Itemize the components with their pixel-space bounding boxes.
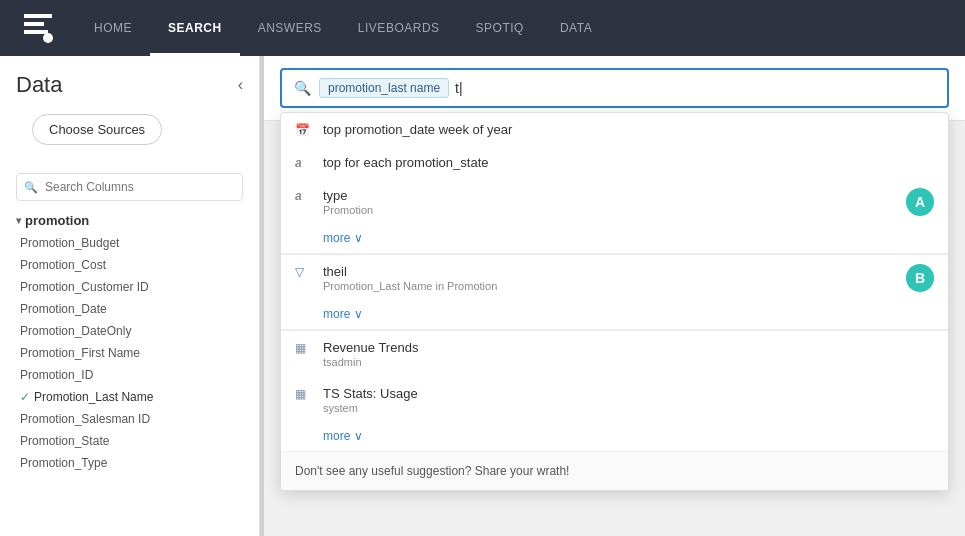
nav-answers[interactable]: ANSWERS	[240, 0, 340, 56]
svg-rect-0	[24, 14, 52, 18]
a-text-icon2: a	[295, 189, 313, 203]
top-nav: HOME SEARCH ANSWERS LIVEBOARDS SPOTIQ DA…	[0, 0, 965, 56]
search-tokens: promotion_last name	[319, 78, 935, 98]
dropdown-bottom-text: Don't see any useful suggestion? Share y…	[281, 452, 948, 490]
column-item[interactable]: Promotion_State	[20, 430, 243, 452]
column-list: Promotion_Budget Promotion_Cost Promotio…	[16, 232, 243, 474]
a-text-icon: a	[295, 156, 313, 170]
badge-b: B	[906, 264, 934, 292]
dropdown-item-text: Revenue Trends	[323, 340, 934, 355]
sidebar: Data ‹ Choose Sources 🔍 ▾ promotion Prom…	[0, 56, 260, 536]
search-columns-field: 🔍	[16, 173, 243, 201]
dropdown-item-sub: system	[323, 402, 934, 414]
column-item[interactable]: Promotion_ID	[20, 364, 243, 386]
choose-sources-button[interactable]: Choose Sources	[32, 114, 162, 145]
nav-liveboards[interactable]: LIVEBOARDS	[340, 0, 458, 56]
search-columns-input[interactable]	[16, 173, 243, 201]
search-bar-container: 🔍 promotion_last name 📅 top promotion_da…	[264, 56, 965, 121]
svg-rect-2	[24, 30, 48, 34]
search-bar[interactable]: 🔍 promotion_last name	[280, 68, 949, 108]
column-item[interactable]: Promotion_First Name	[20, 342, 243, 364]
dropdown-item-text: top for each promotion_state	[323, 155, 934, 170]
dropdown-item-sub: Promotion_Last Name in Promotion	[323, 280, 896, 292]
dropdown-item[interactable]: a top for each promotion_state	[281, 146, 948, 179]
more-datasources-link[interactable]: more ∨	[281, 423, 948, 451]
dropdown-item-revenue[interactable]: ▦ Revenue Trends tsadmin	[281, 331, 948, 377]
grid-icon: ▦	[295, 341, 313, 355]
search-token[interactable]: promotion_last name	[319, 78, 449, 98]
calendar-icon: 📅	[295, 123, 313, 137]
content-area: 🔍 promotion_last name 📅 top promotion_da…	[264, 56, 965, 536]
column-item[interactable]: Promotion_Cost	[20, 254, 243, 276]
more-suggestions-link[interactable]: more ∨	[281, 225, 948, 253]
sidebar-collapse-button[interactable]: ‹	[238, 76, 243, 94]
logo[interactable]	[16, 6, 60, 50]
dropdown-item-sub: Promotion	[323, 204, 896, 216]
column-item[interactable]: Promotion_Budget	[20, 232, 243, 254]
svg-point-3	[43, 33, 53, 43]
column-group-promotion: ▾ promotion Promotion_Budget Promotion_C…	[0, 213, 259, 474]
search-inline-input[interactable]	[455, 80, 630, 96]
column-item[interactable]: Promotion_Date	[20, 298, 243, 320]
badge-a: A	[906, 188, 934, 216]
dropdown-section-columns: ▽ theil Promotion_Last Name in Promotion…	[281, 254, 948, 330]
dropdown-item-text: TS Stats: Usage	[323, 386, 934, 401]
sidebar-header: Data ‹	[0, 72, 259, 114]
dropdown-item-tsstats[interactable]: ▦ TS Stats: Usage system	[281, 377, 948, 423]
svg-rect-1	[24, 22, 44, 26]
dropdown-section-suggestions: 📅 top promotion_date week of year a top …	[281, 113, 948, 254]
dropdown-item-sub: tsadmin	[323, 356, 934, 368]
column-item[interactable]: Promotion_Customer ID	[20, 276, 243, 298]
dropdown-item-text: top promotion_date week of year	[323, 122, 934, 137]
nav-menu: HOME SEARCH ANSWERS LIVEBOARDS SPOTIQ DA…	[76, 0, 610, 56]
autocomplete-dropdown: 📅 top promotion_date week of year a top …	[280, 112, 949, 491]
filter-icon: ▽	[295, 265, 313, 279]
nav-spotiq[interactable]: SPOTIQ	[458, 0, 542, 56]
dropdown-item-theil[interactable]: ▽ theil Promotion_Last Name in Promotion…	[281, 255, 948, 301]
dropdown-item-text: theil	[323, 264, 896, 279]
check-icon: ✓	[20, 388, 30, 406]
nav-data[interactable]: DATA	[542, 0, 610, 56]
dropdown-item[interactable]: 📅 top promotion_date week of year	[281, 113, 948, 146]
nav-search[interactable]: SEARCH	[150, 0, 240, 56]
column-item-selected[interactable]: ✓ Promotion_Last Name	[20, 386, 243, 408]
group-arrow-icon: ▾	[16, 215, 21, 226]
search-columns-icon: 🔍	[24, 181, 38, 194]
column-item[interactable]: Promotion_DateOnly	[20, 320, 243, 342]
resize-handle[interactable]	[260, 56, 264, 536]
dropdown-item-text: type	[323, 188, 896, 203]
main-layout: Data ‹ Choose Sources 🔍 ▾ promotion Prom…	[0, 56, 965, 536]
dropdown-section-datasources: ▦ Revenue Trends tsadmin ▦ TS Stats: Usa…	[281, 330, 948, 452]
sidebar-title: Data	[16, 72, 62, 98]
nav-home[interactable]: HOME	[76, 0, 150, 56]
search-main-icon: 🔍	[294, 80, 311, 96]
grid-icon2: ▦	[295, 387, 313, 401]
more-columns-link[interactable]: more ∨	[281, 301, 948, 329]
dropdown-item[interactable]: a type Promotion A	[281, 179, 948, 225]
group-name: promotion	[25, 213, 89, 228]
column-item[interactable]: Promotion_Type	[20, 452, 243, 474]
column-item[interactable]: Promotion_Salesman ID	[20, 408, 243, 430]
